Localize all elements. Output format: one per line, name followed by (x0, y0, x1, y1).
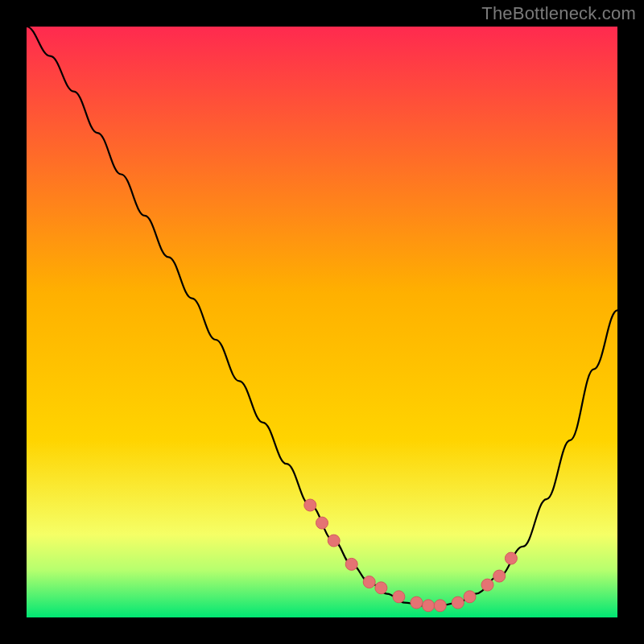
curve-marker (328, 535, 340, 547)
curve-marker (375, 582, 387, 594)
curve-marker (411, 597, 423, 609)
curve-marker (481, 579, 493, 591)
curve-marker (345, 558, 357, 570)
curve-marker (452, 597, 464, 609)
curve-marker (304, 499, 316, 511)
chart-stage: { "watermark": { "text": "TheBottleneck.… (0, 0, 644, 644)
curve-marker (464, 591, 476, 603)
curve-marker (393, 591, 405, 603)
curve-marker (316, 517, 328, 529)
curve-marker (423, 600, 435, 612)
curve-marker (493, 570, 506, 582)
curve-marker (363, 576, 375, 588)
curve-marker (434, 600, 446, 612)
chart-svg (0, 0, 644, 644)
curve-marker (505, 552, 517, 564)
